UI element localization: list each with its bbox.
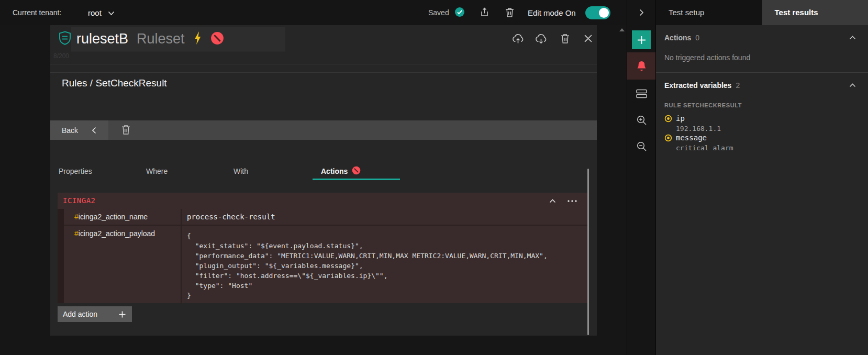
upload-button[interactable] [511,32,525,46]
char-count: 8/200 [53,52,69,60]
action-payload-row: #icinga2_action_payload { "exit_status":… [64,226,587,304]
chevron-up-icon [849,36,856,40]
alerts-button[interactable] [627,52,656,80]
zoom-out-button[interactable] [627,137,656,155]
ruleset-panel: rulesetB Ruleset 8/200 [50,25,597,336]
trash-icon [505,7,514,19]
close-panel-button[interactable] [581,32,595,46]
plus-icon [119,311,126,318]
divider [656,72,868,73]
app-screen: Current tenant: root Saved Edit mode On [0,0,868,355]
saved-status: Saved [428,0,465,25]
zoom-out-icon [636,141,647,152]
rule-group-label: RULE SETCHECKRESULT [664,102,742,108]
tool-strip [627,0,655,355]
export-button[interactable] [477,6,491,20]
ruleset-type-label: Ruleset [137,31,185,47]
current-tenant-label: Current tenant: [13,0,61,25]
plus-icon [637,36,646,45]
rows-icon [636,89,647,98]
action-payload-value[interactable]: { "exit_status": "${event.payload.status… [182,226,587,304]
collapse-action-button[interactable] [547,197,558,205]
delete-rule-button[interactable] [119,124,132,137]
chevron-left-icon [92,127,96,134]
actions-count: 0 [695,34,699,42]
zoom-in-button[interactable] [627,111,656,129]
collapse-actions-button[interactable] [848,34,856,42]
top-bar: Current tenant: root Saved Edit mode On [0,0,627,25]
no-actions-message: No triggered actions found [664,53,750,62]
zoom-in-icon [636,115,647,126]
divider [50,72,597,73]
chevron-down-icon [108,8,115,17]
variables-count: 2 [736,81,740,90]
add-button[interactable] [632,30,651,49]
delete-ruleset-button[interactable] [558,32,572,46]
add-action-button[interactable]: Add action [58,306,132,322]
tab-properties[interactable]: Properties [50,162,138,180]
back-button[interactable]: Back [50,120,108,140]
icinga2-action-card: ICINGA2 #icinga2_action_name process-che… [58,193,587,303]
collapse-variables-button[interactable] [848,81,856,90]
cloud-upload-icon [512,33,524,46]
action-card-body: #icinga2_action_name process-check-resul… [58,209,587,303]
back-label: Back [50,126,78,135]
rule-tabs: Properties Where With Actions [50,162,597,180]
toggle-knob [599,8,609,18]
bell-icon [637,61,647,72]
action-type-title: ICINGA2 [63,196,96,205]
delete-button[interactable] [503,6,516,20]
variable-name: ip [676,114,685,123]
lightning-icon [193,31,202,47]
check-circle-icon [454,7,465,19]
chevron-up-icon [549,199,556,203]
download-button[interactable] [534,32,548,46]
action-card-header: ICINGA2 [58,193,587,209]
tab-where[interactable]: Where [138,162,225,180]
close-icon [584,35,592,45]
rule-toolbar: Back [50,120,597,140]
divider [50,64,597,64]
tenant-select[interactable]: root [88,0,115,25]
blocked-badge-icon [352,166,361,176]
cloud-download-icon [535,33,547,46]
variable-value: critical alarm [676,144,733,152]
blocked-icon [210,31,224,47]
action-name-value[interactable]: process-check-result [182,209,587,225]
shield-icon [59,31,71,47]
action-payload-key: #icinga2_action_payload [64,226,182,304]
chevron-up-icon [849,83,856,87]
scroll-up-arrow-icon[interactable] [619,28,625,31]
test-panel-tabs: Test setup Test results [656,0,868,25]
tab-test-setup[interactable]: Test setup [656,0,762,25]
queue-button[interactable] [627,85,656,103]
export-icon [479,7,489,19]
ruleset-name-input[interactable]: rulesetB Ruleset [71,27,285,51]
variable-radio-icon [664,134,672,144]
variable-value: 192.168.1.1 [676,125,721,132]
breadcrumb: Rules / SetCheckResult [62,77,167,89]
trash-icon [561,34,570,46]
chevron-right-icon [639,9,644,16]
tab-test-results[interactable]: Test results [762,0,868,25]
payload-json: { "exit_status": "${event.payload.status… [187,229,583,301]
overflow-menu-button[interactable] [566,197,578,205]
edit-mode-toggle[interactable] [585,6,610,19]
tab-with[interactable]: With [225,162,313,180]
trash-icon [121,125,130,137]
action-name-row: #icinga2_action_name process-check-resul… [64,209,587,226]
variable-name: message [676,134,707,142]
test-panel: Test setup Test results Actions0 No trig… [655,0,868,355]
overflow-menu-icon [567,200,577,202]
action-name-key: #icinga2_action_name [64,209,182,225]
variable-radio-icon [664,115,672,125]
tenant-value: root [88,8,102,17]
variables-section-header[interactable]: Extracted variables2 [664,81,740,90]
action-card-gutter [58,209,64,303]
actions-section-header[interactable]: Actions0 [664,34,699,42]
edit-mode-label: Edit mode On [528,0,576,25]
panel-scrollbar-thumb[interactable] [587,169,589,335]
tab-actions[interactable]: Actions [313,162,400,180]
collapse-sidebar-button[interactable] [627,0,656,25]
ruleset-title: rulesetB [76,31,128,47]
